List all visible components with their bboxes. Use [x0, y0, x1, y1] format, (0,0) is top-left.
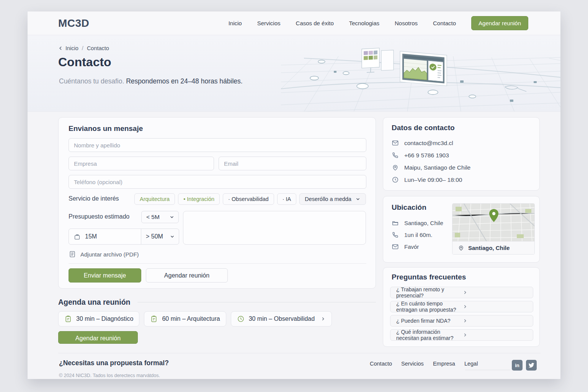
location-mail-row: Favór [392, 243, 443, 250]
service-label: Servicio de interés [69, 195, 119, 202]
budget-min-select[interactable]: < 5M [141, 211, 179, 223]
main-nav: Inicio Servicios Casos de éxito Tecnolog… [229, 16, 528, 30]
faq-item-label: ¿ Pueden firmar NDA? [396, 318, 462, 324]
breadcrumb-inicio-link[interactable]: Inicio [58, 45, 78, 51]
location-city-text: Santiago, Chile [404, 220, 443, 226]
header-agendar-reunion-button[interactable]: Agendar reunión [471, 16, 528, 30]
nav-casos-de-exito[interactable]: Casos de éxito [296, 20, 334, 26]
enviar-mensaje-button[interactable]: Enviar mensaje [69, 268, 141, 283]
budget-label: Presupuesto estimado [69, 213, 129, 220]
budget-max-select[interactable]: > 50M [141, 229, 179, 245]
nav-servicios[interactable]: Servicios [257, 20, 281, 26]
chevron-down-icon [169, 214, 175, 220]
footer-question: ¿Necesitas una propuesta formal? [59, 359, 169, 367]
nav-nosotros[interactable]: Nosotros [395, 20, 418, 26]
footer-link-contacto[interactable]: Contacto [370, 361, 392, 367]
footer-link-servicios[interactable]: Servicios [401, 361, 424, 367]
map-caption: Santiago, Chile [452, 241, 534, 254]
attach-file-link[interactable]: Adjuntar archivo (PDF) [69, 250, 139, 258]
chevron-right-icon [462, 332, 529, 338]
bag-icon [74, 233, 81, 240]
chevron-right-icon [462, 290, 529, 295]
form-title: Envianos un mensaje [69, 124, 143, 133]
faq-card: Preguntas frecuentes ¿ Trabajan remoto y… [383, 267, 540, 347]
mail-icon [392, 139, 399, 147]
twitter-icon[interactable] [526, 360, 537, 371]
email-input[interactable] [219, 157, 366, 170]
faq-item-label: ¿ Trabajan remoto y presencial? [396, 286, 462, 299]
arrow-left-icon [58, 46, 64, 51]
budget-value-text: 15M [85, 233, 97, 240]
footer-divider [58, 353, 541, 353]
form-divider [69, 263, 366, 264]
contact-email-text: contacto@mc3d.cl [404, 140, 453, 147]
chip-arquitectura[interactable]: Arquitectura [134, 193, 175, 205]
faq-item-informacion[interactable]: ¿ Qué información necesitan para estimar… [390, 329, 533, 341]
footer-link-empresa[interactable]: Empresa [433, 361, 455, 367]
phone-input[interactable] [69, 175, 366, 189]
contact-address-text: Maipu, Santiago de Chile [404, 164, 470, 171]
contact-hours-row: Lun–Vie 09:00– 18:00 [392, 176, 470, 183]
attach-file-label: Adjuntar archivo (PDF) [80, 251, 139, 258]
faq-item-remoto[interactable]: ¿ Trabajan remoto y presencial? [390, 287, 533, 298]
faq-item-tiempo-propuesta[interactable]: ¿ En cuánto tiempo entragan una propuest… [390, 301, 533, 312]
company-input[interactable] [69, 157, 214, 170]
contact-email-row: contacto@mc3d.cl [392, 139, 470, 147]
top-navigation-bar: MC3D Inicio Servicios Casos de éxito Tec… [28, 11, 560, 35]
location-card: Ubicación Santiago, Chile 1un il 60m. Fa… [383, 196, 540, 263]
chip-ia[interactable]: · IA [277, 193, 297, 205]
chip-observabilidad[interactable]: · Observabilidad [223, 193, 274, 205]
pin-icon [458, 245, 464, 251]
message-textarea[interactable] [183, 211, 366, 245]
pin-icon [392, 164, 399, 171]
nav-inicio[interactable]: Inicio [229, 20, 242, 26]
contact-phone-text: +66 9 5786 1903 [404, 152, 449, 159]
breadcrumb-separator: / [82, 45, 83, 51]
contact-address-row: Maipu, Santiago de Chile [392, 164, 470, 171]
location-mail-text: Favór [404, 243, 419, 250]
folder-icon [392, 219, 399, 227]
location-phone-text: 1un il 60m. [404, 232, 432, 238]
phone-icon [392, 231, 399, 238]
service-dropdown[interactable]: Deseróllo a medda [299, 193, 366, 205]
meeting-option-label: 30 min – Observabilidad [249, 315, 315, 322]
footer-copyright: © 2024 NIC3D. Tados los derectecs marvát… [59, 373, 160, 378]
chevron-down-icon [355, 196, 361, 202]
clock-icon [237, 315, 245, 323]
footer-link-legal[interactable]: Legal [464, 361, 478, 367]
contact-phone-row: +66 9 5786 1903 [392, 152, 470, 159]
name-input[interactable] [69, 138, 366, 152]
form-agendar-reunion-button[interactable]: Agendar reunión [146, 268, 228, 283]
schedule-agendar-reunion-button[interactable]: Agendar reunión [58, 331, 138, 344]
breadcrumb-current: Contacto [87, 45, 109, 51]
contact-form-card: Envianos un mensaje Servicio de interés … [58, 117, 376, 289]
footer-links: Contacto Servicios Empresa Legal [370, 361, 478, 367]
meeting-option-arquitectura[interactable]: 60 min – Arquitectura [144, 311, 226, 327]
subtitle-strong: Respondemos en 24–48 horas hábiles. [126, 77, 243, 85]
meeting-option-observabilidad[interactable]: 30 min – Observabilidad [231, 311, 332, 327]
chevron-right-icon [462, 318, 529, 323]
schedule-section-header: Agenda una reunión [58, 298, 376, 307]
clock-icon [392, 176, 399, 183]
subtitle-muted: Cuéntanos tu desafio. [59, 77, 124, 85]
faq-item-nda[interactable]: ¿ Pueden firmar NDA? [390, 315, 533, 327]
meeting-option-diagnostico[interactable]: 30 min – Diagnóstico [58, 311, 139, 327]
faq-item-label: ¿ Qué información necesitan para estimar… [396, 329, 462, 341]
chip-integracion[interactable]: • Integración [178, 193, 220, 205]
budget-value-field[interactable]: 15M [69, 229, 141, 245]
page-title: Contacto [58, 55, 111, 69]
logo[interactable]: MC3D [58, 17, 89, 29]
contact-info-card: Datos de contacto contacto@mc3d.cl +66 9… [383, 117, 540, 191]
budget-min-value: < 5M [146, 214, 160, 220]
nav-contacto[interactable]: Contacto [433, 20, 456, 26]
chevron-down-icon [170, 234, 175, 239]
budget-max-value: > 50M [146, 233, 163, 240]
location-city-row: Santiago, Chile [392, 219, 443, 227]
faq-title: Preguntas frecuentes [392, 273, 466, 281]
contact-info-title: Datos de contacto [392, 124, 455, 132]
nav-tecnologias[interactable]: Tecnologias [349, 20, 379, 26]
schedule-divider [137, 302, 376, 302]
linkedin-icon[interactable]: in [512, 360, 523, 371]
meeting-options: 30 min – Diagnóstico 60 min – Arquitectu… [58, 311, 332, 327]
faq-item-label: ¿ En cuánto tiempo entragan una propuest… [396, 301, 462, 313]
